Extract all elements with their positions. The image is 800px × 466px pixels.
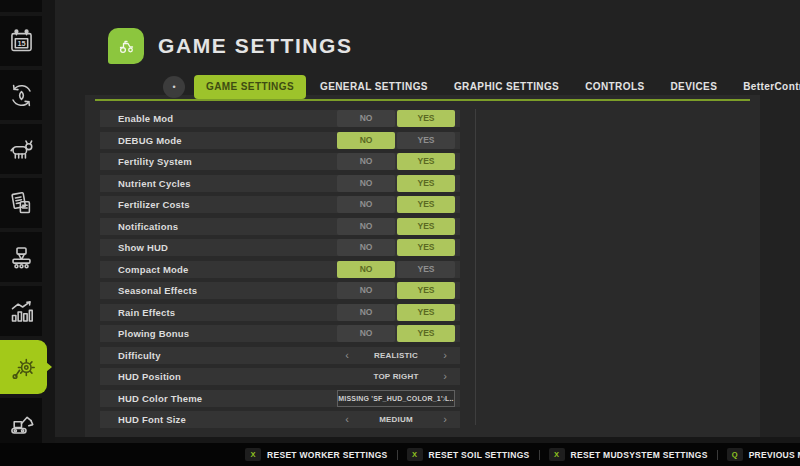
tab-game-settings[interactable]: GAME SETTINGS	[194, 75, 306, 99]
option-selector[interactable]: ‹ MEDIUM ›	[337, 411, 455, 428]
tab-label: GAME SETTINGS	[206, 81, 294, 92]
seasons-cycle-icon	[8, 82, 35, 109]
sidebar-item-production[interactable]	[0, 232, 42, 282]
sidebar-item-construction[interactable]	[0, 398, 42, 443]
next-option-icon[interactable]: ›	[441, 411, 449, 428]
setting-row-fertilizer-costs: Fertilizer Costs NO YES	[100, 196, 460, 213]
toggle-option-yes[interactable]: YES	[397, 110, 455, 127]
key-badge: X	[407, 448, 423, 461]
sidebar-item-calendar[interactable]: 15	[0, 16, 42, 66]
tab-devices[interactable]: DEVICES	[659, 75, 730, 99]
next-option-icon[interactable]: ›	[440, 390, 448, 407]
toggle-option-yes[interactable]: YES	[397, 196, 455, 213]
toggle-group: NO YES	[337, 196, 455, 213]
option-selector[interactable]: ‹ MISSING 'SF_HUD_COLOR_1' L.. ›	[337, 390, 455, 407]
toggle-option-no[interactable]: NO	[337, 239, 395, 256]
toggle-option-no[interactable]: NO	[337, 132, 395, 149]
toggle-group: NO YES	[337, 282, 455, 299]
hint-label: RESET SOIL SETTINGS	[429, 450, 530, 460]
next-option-icon[interactable]: ›	[441, 347, 449, 364]
option-selector[interactable]: ‹ TOP RIGHT ›	[337, 368, 455, 385]
toggle-option-yes[interactable]: YES	[397, 218, 455, 235]
selected-option-value: REALISTIC	[337, 351, 455, 360]
setting-row-fertility-system: Fertility System NO YES	[100, 153, 460, 170]
tab-bar: • GAME SETTINGSGENERAL SETTINGSGRAPHIC S…	[163, 75, 800, 99]
tab-underline	[95, 99, 750, 101]
setting-label: Rain Effects	[118, 307, 175, 318]
setting-label: Plowing Bonus	[118, 328, 189, 339]
toggle-option-no[interactable]: NO	[337, 261, 395, 278]
documents-icon	[8, 190, 35, 217]
cow-icon	[8, 136, 35, 163]
tab-bettercontracts[interactable]: BetterContracts	[731, 75, 800, 99]
toggle-option-yes[interactable]: YES	[397, 175, 455, 192]
sidebar-tiles: 15	[0, 0, 55, 443]
settings-icon	[10, 354, 37, 381]
hint-reset-worker-settings: X RESET WORKER SETTINGS	[245, 448, 388, 461]
toggle-option-no[interactable]: NO	[337, 196, 395, 213]
tab-graphic-settings[interactable]: GRAPHIC SETTINGS	[442, 75, 571, 99]
toggle-option-no[interactable]: NO	[337, 304, 395, 321]
toggle-option-yes[interactable]: YES	[397, 304, 455, 321]
setting-label: Nutrient Cycles	[118, 178, 191, 189]
setting-row-enable-mod: Enable Mod NO YES	[100, 110, 460, 127]
page-title: GAME SETTINGS	[158, 34, 353, 58]
option-selector[interactable]: ‹ REALISTIC ›	[337, 347, 455, 364]
sidebar-item-seasons-cycle[interactable]	[0, 70, 42, 120]
prev-option-icon[interactable]: ‹	[343, 411, 351, 428]
setting-label: DEBUG Mode	[118, 135, 182, 146]
setting-row-compact-mode: Compact Mode NO YES	[100, 261, 460, 278]
sidebar: 15	[0, 0, 55, 443]
toggle-group: NO YES	[337, 132, 455, 149]
page-header: GAME SETTINGS	[108, 28, 353, 64]
setting-label: Fertility System	[118, 156, 192, 167]
toggle-group: NO YES	[337, 110, 455, 127]
setting-label: Show HUD	[118, 242, 168, 253]
hint-divider	[717, 450, 718, 460]
column-divider	[475, 109, 476, 425]
tab-scroll-left-button[interactable]: •	[163, 76, 185, 98]
sidebar-item-settings[interactable]	[0, 340, 47, 394]
toggle-group: NO YES	[337, 218, 455, 235]
next-option-icon[interactable]: ›	[441, 368, 449, 385]
sidebar-item-statistics[interactable]	[0, 286, 42, 336]
setting-row-seasonal-effects: Seasonal Effects NO YES	[100, 282, 460, 299]
setting-row-rain-effects: Rain Effects NO YES	[100, 304, 460, 321]
footer-hints: X RESET WORKER SETTINGS X RESET SOIL SET…	[0, 443, 800, 466]
setting-label: HUD Font Size	[118, 414, 186, 425]
selected-option-value: MEDIUM	[337, 415, 455, 424]
setting-label: HUD Color Theme	[118, 393, 202, 404]
setting-row-hud-color-theme: HUD Color Theme ‹ MISSING 'SF_HUD_COLOR_…	[100, 390, 460, 407]
sidebar-item-animals[interactable]	[0, 124, 42, 174]
sidebar-item-documents[interactable]	[0, 178, 42, 228]
tab-general-settings[interactable]: GENERAL SETTINGS	[308, 75, 440, 99]
toggle-option-no[interactable]: NO	[337, 175, 395, 192]
tab-controls[interactable]: CONTROLS	[573, 75, 656, 99]
toggle-option-no[interactable]: NO	[337, 218, 395, 235]
tab-label: BetterContracts	[743, 81, 800, 92]
toggle-option-no[interactable]: NO	[337, 153, 395, 170]
toggle-option-yes[interactable]: YES	[397, 325, 455, 342]
key-badge: X	[245, 448, 261, 461]
setting-label: HUD Position	[118, 371, 181, 382]
calendar-icon: 15	[8, 28, 35, 55]
setting-label: Difficulty	[118, 350, 161, 361]
hint-label: RESET MUDSYSTEM SETTINGS	[571, 450, 708, 460]
toggle-option-no[interactable]: NO	[337, 282, 395, 299]
scroll-left-icon: •	[172, 82, 175, 92]
toggle-option-no[interactable]: NO	[337, 325, 395, 342]
sidebar-item-map[interactable]	[0, 0, 42, 12]
toggle-option-yes[interactable]: YES	[397, 282, 455, 299]
prev-option-icon[interactable]: ‹	[343, 347, 351, 364]
toggle-option-yes[interactable]: YES	[397, 261, 455, 278]
setting-label: Seasonal Effects	[118, 285, 197, 296]
setting-row-plowing-bonus: Plowing Bonus NO YES	[100, 325, 460, 342]
toggle-option-yes[interactable]: YES	[397, 132, 455, 149]
toggle-group: NO YES	[337, 304, 455, 321]
toggle-option-yes[interactable]: YES	[397, 153, 455, 170]
toggle-group: NO YES	[337, 261, 455, 278]
toggle-option-no[interactable]: NO	[337, 110, 395, 127]
toggle-option-yes[interactable]: YES	[397, 239, 455, 256]
setting-row-nutrient-cycles: Nutrient Cycles NO YES	[100, 175, 460, 192]
hint-label: PREVIOUS MENU	[749, 450, 800, 460]
